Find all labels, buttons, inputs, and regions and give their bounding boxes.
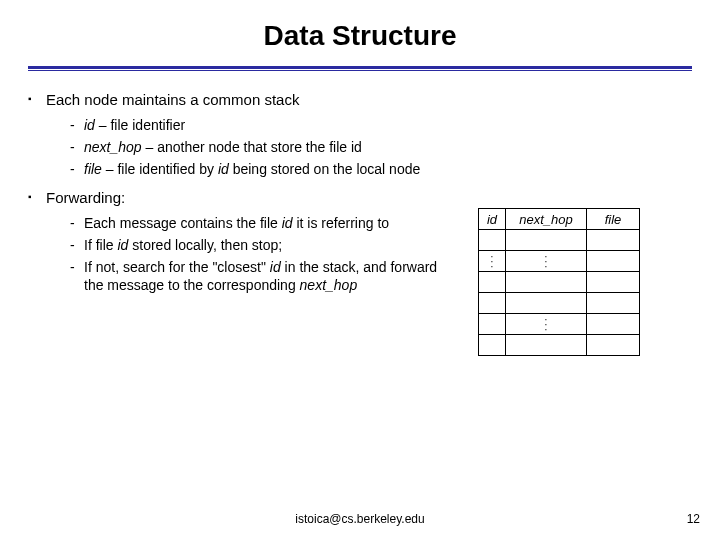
content-area: Each node maintains a common stack id – … bbox=[0, 72, 720, 304]
vdots-icon: ··· bbox=[506, 317, 586, 332]
vdots-icon: ··· bbox=[506, 254, 586, 269]
bullet-2: Forwarding: Each message contains the fi… bbox=[28, 188, 448, 294]
table-row bbox=[479, 272, 640, 293]
vdots-icon: ··· bbox=[479, 254, 505, 269]
page-number: 12 bbox=[687, 512, 700, 526]
table-row bbox=[479, 335, 640, 356]
bullet-1-text: Each node maintains a common stack bbox=[46, 91, 299, 108]
bullet-column: Each node maintains a common stack id – … bbox=[28, 90, 448, 304]
sub-1-1: id – file identifier bbox=[70, 116, 448, 134]
col-id: id bbox=[479, 209, 506, 230]
sub-1-2: next_hop – another node that store the f… bbox=[70, 138, 448, 156]
table-row bbox=[479, 293, 640, 314]
sub-2-2: If file id stored locally, then stop; bbox=[70, 236, 448, 254]
diagram-column: id next_hop file ··· ··· ··· bbox=[448, 90, 702, 304]
sub-1-3: file – file identified by id being store… bbox=[70, 160, 448, 178]
footer-email: istoica@cs.berkeley.edu bbox=[0, 512, 720, 526]
slide: Data Structure Each node maintains a com… bbox=[0, 0, 720, 540]
stack-table-wrap: id next_hop file ··· ··· ··· bbox=[478, 208, 640, 356]
bullet-1: Each node maintains a common stack id – … bbox=[28, 90, 448, 178]
table-row: ··· ··· bbox=[479, 251, 640, 272]
table-row: ··· bbox=[479, 314, 640, 335]
bullet-2-text: Forwarding: bbox=[46, 189, 125, 206]
table-row bbox=[479, 230, 640, 251]
slide-title: Data Structure bbox=[0, 0, 720, 62]
sub-2-1: Each message contains the file id it is … bbox=[70, 214, 448, 232]
title-rule bbox=[28, 66, 692, 72]
col-file: file bbox=[587, 209, 640, 230]
col-next-hop: next_hop bbox=[506, 209, 587, 230]
stack-table: id next_hop file ··· ··· ··· bbox=[478, 208, 640, 356]
sub-2-3: If not, search for the "closest" id in t… bbox=[70, 258, 448, 294]
table-header-row: id next_hop file bbox=[479, 209, 640, 230]
